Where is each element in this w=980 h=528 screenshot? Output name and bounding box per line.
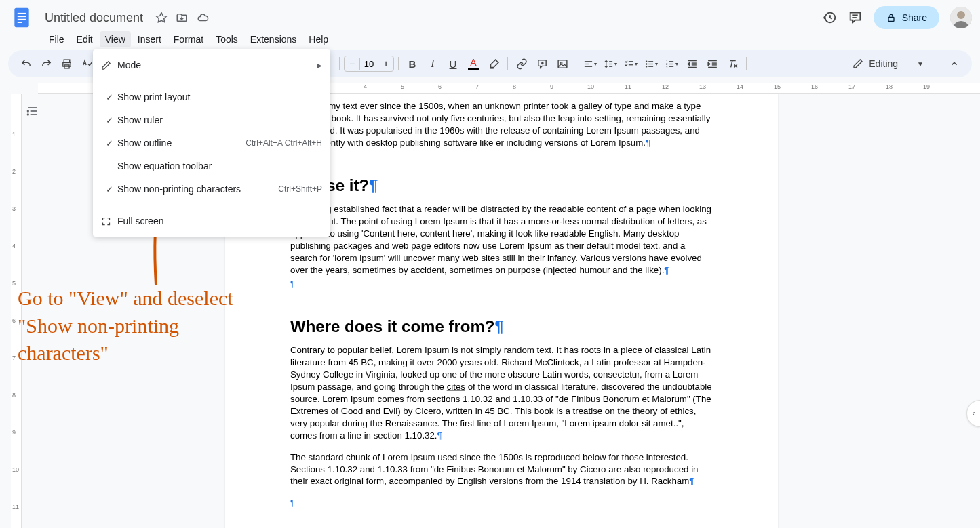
separator: [507, 57, 508, 70]
line-spacing-button[interactable]: [601, 54, 620, 73]
comments-icon[interactable]: [848, 10, 863, 25]
pilcrow-icon: ¶: [290, 497, 295, 508]
menu-item-show-outline[interactable]: ✓ Show outline Ctrl+Alt+A Ctrl+Alt+H: [93, 131, 330, 155]
svg-point-30: [646, 66, 647, 66]
menu-insert[interactable]: Insert: [132, 31, 167, 47]
checklist-button[interactable]: [621, 54, 640, 73]
text-color-button[interactable]: A: [464, 54, 483, 73]
shortcut-text: Ctrl+Alt+A Ctrl+Alt+H: [246, 138, 322, 148]
highlight-button[interactable]: [484, 54, 503, 73]
separator: [339, 57, 340, 70]
heading-text: Where does it come from?: [290, 317, 494, 336]
share-label: Share: [902, 12, 927, 23]
pilcrow-icon: ¶: [689, 476, 694, 486]
check-icon: ✓: [101, 138, 117, 148]
increase-indent-button[interactable]: [703, 54, 722, 73]
underline-button[interactable]: U: [444, 54, 463, 73]
menu-item-label: Show non-printing characters: [117, 184, 278, 195]
check-icon: ✓: [101, 115, 117, 125]
annotation-text: Go to "View" and deselect "Show non-prin…: [18, 285, 269, 367]
pencil-icon: [101, 60, 117, 70]
docs-logo-icon[interactable]: [8, 4, 35, 31]
svg-point-51: [28, 110, 29, 112]
editing-mode-button[interactable]: Editing ▼: [846, 56, 930, 72]
font-size-decrease[interactable]: −: [345, 58, 359, 69]
menu-item-label: Show print layout: [117, 92, 322, 102]
menu-file[interactable]: File: [43, 31, 70, 47]
menu-tools[interactable]: Tools: [210, 31, 243, 47]
pilcrow-icon: ¶: [290, 279, 295, 289]
clear-formatting-button[interactable]: [723, 54, 742, 73]
pilcrow-icon: ¶: [494, 317, 503, 336]
check-icon: ✓: [101, 92, 117, 102]
insert-comment-button[interactable]: [532, 54, 551, 73]
paragraph-text: The standard chunk of Lorem Ipsum used s…: [290, 452, 698, 487]
menubar: File Edit View Insert Format Tools Exten…: [8, 31, 972, 50]
svg-rect-2: [18, 16, 26, 17]
redo-button[interactable]: [37, 54, 56, 73]
numbered-list-button[interactable]: 123: [662, 54, 681, 73]
collapse-toolbar-button[interactable]: [945, 54, 964, 73]
separator: [746, 57, 747, 70]
svg-point-28: [646, 61, 647, 62]
svg-rect-1: [18, 13, 26, 14]
print-button[interactable]: [57, 54, 76, 73]
insert-link-button[interactable]: [512, 54, 531, 73]
svg-text:3: 3: [666, 65, 668, 68]
menu-format[interactable]: Format: [168, 31, 209, 47]
view-menu-dropdown: Mode ▶ ✓ Show print layout ✓ Show ruler …: [93, 49, 330, 237]
outline-toggle-icon[interactable]: [26, 104, 39, 118]
pilcrow-icon: ¶: [437, 430, 442, 441]
svg-rect-0: [14, 8, 28, 27]
decrease-indent-button[interactable]: [682, 54, 701, 73]
menu-item-mode[interactable]: Mode ▶: [93, 54, 330, 77]
spell-flag: cites: [447, 382, 465, 392]
font-size-value[interactable]: 10: [359, 58, 378, 70]
menu-edit[interactable]: Edit: [71, 31, 98, 47]
pilcrow-icon: ¶: [369, 176, 378, 195]
menu-item-label: Mode: [117, 60, 317, 70]
pilcrow-icon: ¶: [646, 138, 650, 148]
menu-item-full-screen[interactable]: Full screen: [93, 209, 330, 232]
check-icon: ✓: [101, 184, 117, 195]
align-button[interactable]: [581, 54, 600, 73]
svg-rect-4: [18, 22, 22, 23]
insert-image-button[interactable]: [553, 54, 572, 73]
menu-item-label: Show ruler: [117, 115, 322, 125]
menu-help[interactable]: Help: [303, 31, 334, 47]
history-icon[interactable]: [822, 10, 837, 25]
move-icon[interactable]: [176, 12, 188, 24]
menu-item-show-ruler[interactable]: ✓ Show ruler: [93, 108, 330, 131]
menu-item-label: Show equation toolbar: [117, 161, 322, 171]
italic-button[interactable]: I: [423, 54, 442, 73]
bulleted-list-button[interactable]: [642, 54, 661, 73]
shortcut-text: Ctrl+Shift+P: [278, 184, 322, 194]
fullscreen-icon: [101, 216, 117, 226]
font-size-control[interactable]: − 10 +: [344, 56, 394, 72]
svg-rect-18: [558, 60, 567, 67]
menu-item-show-print-layout[interactable]: ✓ Show print layout: [93, 85, 330, 108]
pilcrow-icon: ¶: [664, 265, 669, 275]
user-avatar[interactable]: [950, 7, 972, 28]
separator: [93, 205, 330, 205]
menu-view[interactable]: View: [100, 31, 131, 47]
undo-button[interactable]: [16, 54, 35, 73]
font-size-increase[interactable]: +: [378, 58, 393, 69]
document-title[interactable]: Untitled document: [41, 9, 147, 26]
star-icon[interactable]: [155, 12, 168, 24]
menu-item-show-nonprinting[interactable]: ✓ Show non-printing characters Ctrl+Shif…: [93, 178, 330, 201]
menu-extensions[interactable]: Extensions: [245, 31, 302, 47]
share-button[interactable]: Share: [874, 6, 939, 29]
editing-label: Editing: [869, 58, 898, 69]
separator: [93, 81, 330, 81]
svg-point-29: [646, 63, 647, 64]
cloud-status-icon[interactable]: [196, 12, 210, 24]
svg-point-11: [957, 11, 965, 19]
bold-button[interactable]: B: [403, 54, 422, 73]
svg-point-52: [28, 114, 29, 115]
separator: [398, 57, 399, 70]
separator: [576, 57, 576, 70]
menu-item-show-equation-toolbar[interactable]: Show equation toolbar: [93, 155, 330, 178]
spell-flag: web sites: [462, 253, 499, 263]
svg-rect-9: [888, 17, 894, 21]
